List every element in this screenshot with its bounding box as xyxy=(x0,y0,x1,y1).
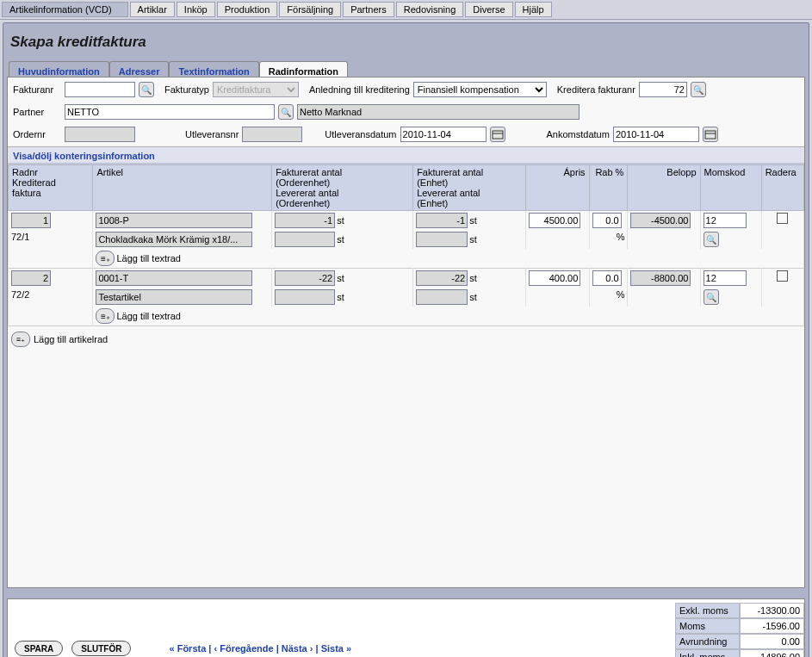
add-articlerow-label: Lägg till artikelrad xyxy=(34,334,108,344)
menu-partners[interactable]: Partners xyxy=(343,2,394,17)
menu-artiklar[interactable]: Artiklar xyxy=(130,2,175,17)
table-row: 1 1008-P -1st -1st -4500.00 xyxy=(9,211,804,231)
header-form: Fakturanr 🔍 Fakturatyp Kreditfaktura Anl… xyxy=(8,77,804,146)
menu-redovisning[interactable]: Redovisning xyxy=(396,2,464,17)
fao2-display xyxy=(275,232,335,247)
article-code-display: 1008-P xyxy=(96,213,252,228)
momskod-lookup-button[interactable]: 🔍 xyxy=(704,232,719,247)
unit-label: st xyxy=(337,234,344,245)
article-name-display: Chokladkaka Mörk Krämig x18/... xyxy=(96,232,252,247)
pager-last[interactable]: Sista » xyxy=(321,643,351,654)
calendar-icon xyxy=(492,129,504,139)
kred-ref-display: 72/1 xyxy=(11,232,29,242)
fakturanr-input[interactable] xyxy=(65,82,135,97)
article-name-display: Testartikel xyxy=(96,289,252,305)
radnr-display: 1 xyxy=(11,213,51,228)
momskod-input[interactable] xyxy=(704,270,747,286)
col-apris: Ápris xyxy=(526,165,589,211)
add-textrow-button[interactable]: ≡₊ xyxy=(96,251,115,266)
col-belopp: Belopp xyxy=(628,165,700,211)
total-avrundning-value: 0.00 xyxy=(740,634,804,649)
fakturatyp-label: Fakturatyp xyxy=(164,84,209,95)
search-icon: 🔍 xyxy=(693,85,704,95)
finish-button[interactable]: SLUTFÖR xyxy=(71,641,131,656)
tab-radinformation[interactable]: Radinformation xyxy=(259,61,348,77)
rab-input[interactable] xyxy=(592,213,622,228)
search-icon: 🔍 xyxy=(706,235,716,245)
anledning-label: Anledning till kreditering xyxy=(309,84,410,95)
col-radera: Radera xyxy=(761,165,803,211)
ordernr-display xyxy=(65,127,135,142)
delete-checkbox[interactable] xyxy=(777,270,788,282)
total-incl-label: Inkl. moms xyxy=(675,649,740,657)
momskod-input[interactable] xyxy=(704,213,747,228)
article-code-display: 0001-T xyxy=(96,270,252,286)
unit-label: st xyxy=(469,292,477,302)
menu-forsaljning[interactable]: Försäljning xyxy=(279,2,341,17)
unit-label: st xyxy=(337,215,344,226)
page-container: Skapa kreditfaktura Huvudinformation Adr… xyxy=(3,22,809,657)
anledning-select[interactable]: Finansiell kompensation xyxy=(413,82,547,97)
partner-lookup-button[interactable]: 🔍 xyxy=(278,104,294,120)
save-button[interactable]: SPARA xyxy=(15,641,63,656)
delete-checkbox[interactable] xyxy=(777,213,788,224)
belopp-display: -8800.00 xyxy=(630,270,691,286)
col-fakturerat-orderenhet: Fakturerat antal (Orderenhet) Levererat … xyxy=(272,165,413,211)
kreditera-fakturanr-lookup-button[interactable]: 🔍 xyxy=(691,82,706,97)
belopp-display: -4500.00 xyxy=(630,213,691,228)
total-excl-value: -13300.00 xyxy=(740,603,804,618)
pager-next[interactable]: Nästa › xyxy=(282,643,313,654)
kreditera-fakturanr-input[interactable] xyxy=(639,82,687,97)
fao1-display: -1 xyxy=(275,213,335,228)
pager-first[interactable]: « Första xyxy=(169,643,206,654)
rab-input[interactable] xyxy=(592,270,622,286)
ankomstdatum-input[interactable] xyxy=(613,127,699,142)
tab-content: Fakturanr 🔍 Fakturatyp Kreditfaktura Anl… xyxy=(7,77,805,588)
pager-prev[interactable]: ‹ Föregående xyxy=(214,643,273,654)
search-icon: 🔍 xyxy=(706,293,716,302)
toggle-konteringsinformation[interactable]: Visa/dölj konteringsinformation xyxy=(8,146,804,164)
fao1-display: -22 xyxy=(275,270,335,286)
unit-label: st xyxy=(337,292,344,302)
col-fakturerat-enhet: Fakturerat antal (Enhet) Levererat antal… xyxy=(413,165,526,211)
add-row-icon: ≡₊ xyxy=(101,312,110,321)
fae1-display: -22 xyxy=(416,270,468,286)
utleveransdatum-input[interactable] xyxy=(400,127,487,142)
total-incl-value: -14896.00 xyxy=(740,649,804,657)
ankomstdatum-label: Ankomstdatum xyxy=(547,129,610,139)
apris-input[interactable] xyxy=(529,270,580,286)
fae2-display xyxy=(416,289,468,305)
svg-rect-2 xyxy=(705,131,716,139)
momskod-lookup-button[interactable]: 🔍 xyxy=(704,289,719,305)
table-row: ≡₊ Lägg till textrad xyxy=(9,249,804,269)
search-icon: 🔍 xyxy=(281,108,291,117)
menu-inkop[interactable]: Inköp xyxy=(177,2,215,17)
radnr-display: 2 xyxy=(11,270,51,286)
kred-ref-display: 72/2 xyxy=(11,289,29,300)
col-rab: Rab % xyxy=(589,165,628,211)
tab-textinformation[interactable]: Textinformation xyxy=(169,61,258,77)
menu-hjalp[interactable]: Hjälp xyxy=(515,2,552,17)
fakturanr-lookup-button[interactable]: 🔍 xyxy=(139,82,154,97)
footer: SPARA SLUTFÖR « Första | ‹ Föregående | … xyxy=(7,598,805,657)
add-textrow-button[interactable]: ≡₊ xyxy=(96,308,115,324)
apris-input[interactable] xyxy=(529,213,580,228)
add-articlerow-button[interactable]: ≡₊ xyxy=(11,332,30,347)
percent-label: % xyxy=(592,289,625,300)
menu-produktion[interactable]: Produktion xyxy=(217,2,278,17)
fae2-display xyxy=(416,232,468,247)
utleveransnr-display xyxy=(242,127,302,142)
menu-diverse[interactable]: Diverse xyxy=(465,2,512,17)
menu-artikelinformation[interactable]: Artikelinformation (VCD) xyxy=(2,2,128,17)
tab-adresser[interactable]: Adresser xyxy=(109,61,170,77)
col-momskod: Momskod xyxy=(700,165,761,211)
tab-huvudinformation[interactable]: Huvudinformation xyxy=(9,61,109,77)
total-moms-label: Moms xyxy=(675,618,740,634)
ankomstdatum-calendar-button[interactable] xyxy=(703,127,718,142)
table-row: 2 0001-T -22st -22st -8800.00 xyxy=(9,269,804,288)
partner-code-input[interactable] xyxy=(65,104,275,120)
utleveransdatum-calendar-button[interactable] xyxy=(490,127,505,142)
partner-name-display: Netto Marknad xyxy=(297,104,580,120)
utleveransnr-label: Utleveransnr xyxy=(185,129,239,139)
unit-label: st xyxy=(469,215,477,226)
